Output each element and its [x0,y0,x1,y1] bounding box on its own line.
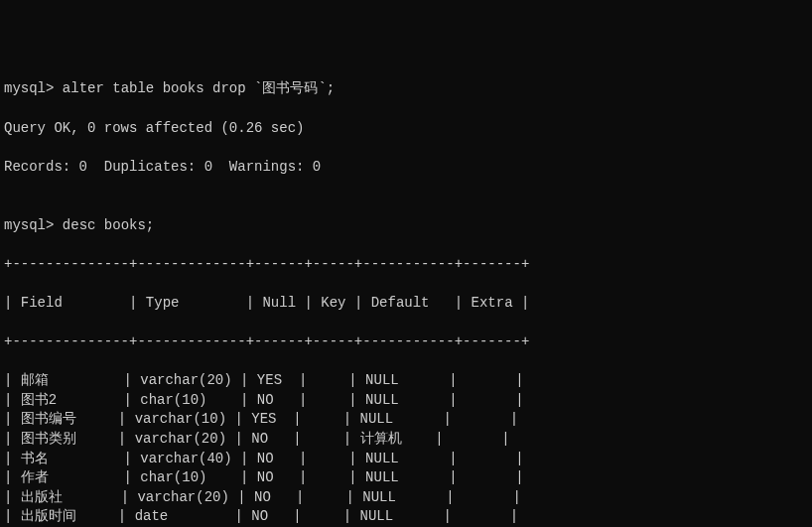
cell-field: 图书2 [12,392,123,408]
pipe-separator: | [515,469,523,485]
cell-type: varchar(40) [132,451,240,466]
cell-field: 图书编号 [12,411,117,427]
cell-null: NO [243,508,293,524]
table-border-mid: +--------------+-------------+------+---… [4,332,808,352]
pipe-separator: | [343,411,351,427]
cell-field: 图书类别 [12,431,117,447]
pipe-separator: | [293,431,301,447]
mysql-prompt: mysql> [4,80,54,96]
table-row: | 出版时间 | date | NO | | NULL | | [4,507,808,527]
cell-key [307,392,348,408]
pipe-separator: | [501,431,509,447]
cell-extra [458,451,516,466]
pipe-separator: | [246,295,254,311]
cell-field: 作者 [12,469,123,485]
table-row: | 图书2 | char(10) | NO | | NULL | | [4,391,808,411]
records-line: Records: 0 Duplicates: 0 Warnings: 0 [4,158,808,178]
sql-command-2: desc books; [54,217,154,233]
cell-default: NULL [351,411,443,427]
pipe-separator: | [293,508,301,524]
query-ok-line: Query OK, 0 rows affected (0.26 sec) [4,119,808,139]
pipe-separator: | [123,392,131,408]
cell-null: NO [246,489,296,505]
table-row: | 出版社 | varchar(20) | NO | | NULL | | [4,488,808,508]
command-line-2[interactable]: mysql> desc books; [4,216,808,236]
cell-field: 书名 [12,451,123,466]
cell-extra [452,411,510,427]
cell-key [302,508,343,524]
pipe-separator: | [118,411,126,427]
cell-null: NO [248,392,298,408]
pipe-separator: | [521,295,529,311]
header-null: Null [254,295,304,311]
table-row: | 书名 | varchar(40) | NO | | NULL | | [4,450,808,469]
header-extra: Extra [463,295,521,311]
pipe-separator: | [304,295,312,311]
pipe-separator: | [348,392,356,408]
cell-key [302,411,343,427]
cell-key [304,489,345,505]
cell-extra [455,489,513,505]
cell-type: varchar(20) [132,372,240,388]
pipe-separator: | [123,451,131,466]
pipe-separator: | [510,508,518,524]
pipe-separator: | [123,372,131,388]
pipe-separator: | [449,372,457,388]
cell-field: 邮箱 [12,372,123,388]
pipe-separator: | [234,411,242,427]
cell-extra [452,508,510,524]
header-default: Default [362,295,454,311]
cell-type: varchar(20) [126,431,234,447]
cell-key [307,451,348,466]
pipe-separator: | [234,431,242,447]
cell-type: date [126,508,234,524]
cell-default: 计算机 [351,431,435,447]
command-line-1[interactable]: mysql> alter table books drop `图书号码`; [4,79,808,99]
pipe-separator: | [234,508,242,524]
pipe-separator: | [513,489,521,505]
table-row: | 邮箱 | varchar(20) | YES | | NULL | | [4,371,808,391]
cell-default: NULL [351,508,443,524]
cell-key [307,469,348,485]
table-row: | 作者 | char(10) | NO | | NULL | | [4,468,808,488]
pipe-separator: | [121,489,129,505]
pipe-separator: | [510,411,518,427]
cell-type: char(10) [132,469,240,485]
cell-key [302,431,343,447]
cell-type: varchar(20) [129,489,237,505]
pipe-separator: | [343,431,351,447]
pipe-separator: | [515,392,523,408]
cell-null: YES [243,411,293,427]
header-key: Key [313,295,354,311]
table-row: | 图书类别 | varchar(20) | NO | | 计算机 | | [4,430,808,450]
cell-default: NULL [354,489,446,505]
sql-command-1: alter table books drop `图书号码`; [54,80,335,96]
cell-extra [458,469,516,485]
cell-field: 出版社 [12,489,120,505]
pipe-separator: | [348,372,356,388]
pipe-separator: | [435,431,443,447]
pipe-separator: | [346,489,354,505]
table-header-row: | Field | Type | Null | Key | Default | … [4,294,808,314]
pipe-separator: | [118,431,126,447]
cell-default: NULL [357,451,449,466]
pipe-separator: | [118,508,126,524]
cell-field: 出版时间 [12,508,117,524]
pipe-separator: | [444,411,452,427]
cell-null: NO [248,451,298,466]
table-border-top: +--------------+-------------+------+---… [4,255,808,275]
pipe-separator: | [237,489,245,505]
cell-type: char(10) [132,392,240,408]
pipe-separator: | [515,372,523,388]
mysql-prompt: mysql> [4,217,54,233]
pipe-separator: | [123,469,131,485]
cell-type: varchar(10) [126,411,234,427]
pipe-separator: | [449,392,457,408]
pipe-separator: | [348,469,356,485]
pipe-separator: | [343,508,351,524]
table-body: | 邮箱 | varchar(20) | YES | | NULL | || 图… [4,371,808,527]
cell-default: NULL [357,469,449,485]
table-row: | 图书编号 | varchar(10) | YES | | NULL | | [4,410,808,430]
cell-key [307,372,348,388]
pipe-separator: | [449,469,457,485]
